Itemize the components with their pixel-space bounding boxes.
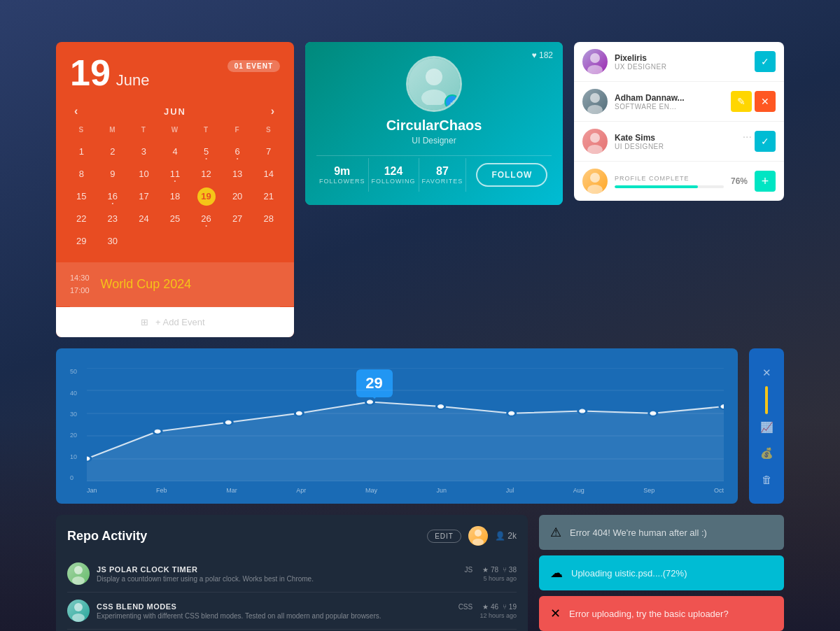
user-name-pixeliris: Pixeliris	[615, 53, 748, 63]
calendar-day-19[interactable]: 19	[190, 185, 222, 208]
verify-badge: ✓	[444, 94, 460, 110]
calendar-day-25[interactable]: 25	[160, 208, 191, 230]
repo-user-avatar	[468, 526, 488, 546]
notifications-col: ⚠ Error 404! We're human after all :) ☁ …	[539, 515, 784, 631]
add-event-button[interactable]: ⊞ + Add Event	[56, 307, 294, 337]
repo-item-1: JS POLAR CLOCK TIMER Display a countdown…	[67, 555, 517, 593]
calendar-day-4[interactable]: 4	[160, 141, 191, 163]
calendar-day-30[interactable]: 30	[97, 230, 129, 253]
calendar-day-8[interactable]: 8	[66, 163, 97, 185]
user-dots-kate[interactable]: ···	[743, 131, 752, 152]
profile-complete-fill	[615, 185, 698, 188]
top-row: 19 June 01 EVENT ‹ JUN › S M T W T F S	[56, 42, 784, 337]
calendar-day-empty	[128, 230, 160, 253]
repo-edit-button[interactable]: EDIT	[427, 530, 461, 543]
user-avatar-adham	[582, 89, 608, 114]
profile-heart-count: ♥ 182	[532, 50, 554, 60]
event-badge: 01 EVENT	[227, 60, 280, 72]
chart-delete-button[interactable]: 🗑	[754, 467, 779, 492]
profile-complete-row: PROFILE COMPLETE 76% +	[574, 162, 784, 201]
calendar-day-2[interactable]: 2	[97, 141, 129, 163]
prev-month-button[interactable]: ‹	[70, 104, 83, 119]
svg-point-29	[72, 576, 85, 585]
line-chart-svg	[87, 368, 724, 481]
chart-money-button[interactable]: 💰	[754, 441, 779, 466]
calendar-day-21[interactable]: 21	[253, 185, 284, 208]
calendar-day-27[interactable]: 27	[222, 208, 253, 230]
chart-trend-button[interactable]: 📈	[754, 415, 779, 440]
stat-followers: 9m Followers	[316, 158, 369, 192]
repo-item-avatar-2	[67, 600, 90, 622]
calendar-day-empty	[160, 230, 191, 253]
user-name-adham: Adham Dannaw...	[615, 93, 724, 103]
calendar-day-1[interactable]: 1	[66, 141, 97, 163]
repo-item-desc-1: Display a countdown timer using a polar …	[97, 575, 458, 583]
user-role-pixeliris: UX DESIGNER	[615, 63, 748, 71]
svg-point-6	[590, 133, 600, 143]
users-widget: Pixeliris UX DESIGNER ✓ Adham Dannaw... …	[574, 42, 784, 201]
calendar-day-6[interactable]: 6	[222, 141, 253, 163]
calendar-day-18[interactable]: 18	[160, 185, 191, 208]
calendar-day-9[interactable]: 9	[97, 163, 129, 185]
svg-point-21	[436, 404, 444, 409]
upload-icon: ☁	[550, 565, 563, 581]
calendar-nav-month: JUN	[164, 106, 186, 117]
repo-item-meta-2: CSS ★ 46 ⑂ 19 12 hours ago	[458, 603, 517, 619]
calendar-day-7[interactable]: 7	[253, 141, 284, 163]
calendar-day-empty	[190, 230, 222, 253]
user-check-button-pixeliris[interactable]: ✓	[755, 51, 776, 72]
calendar-month: June	[116, 71, 150, 90]
user-check-button-kate[interactable]: ✓	[755, 131, 776, 152]
calendar-day-20[interactable]: 20	[222, 185, 253, 208]
follow-button[interactable]: FOLLOW	[476, 163, 547, 187]
chart-close-button[interactable]: ✕	[754, 360, 779, 385]
calendar-day-29[interactable]: 29	[66, 230, 97, 253]
calendar-day-16[interactable]: 16	[97, 185, 129, 208]
svg-point-7	[587, 145, 603, 154]
repo-item-title-1: JS POLAR CLOCK TIMER	[97, 565, 458, 574]
profile-complete-add-button[interactable]: +	[755, 171, 776, 192]
user-info-adham: Adham Dannaw... SOFTWARE EN...	[615, 93, 724, 111]
svg-point-19	[295, 411, 303, 416]
notif-upload: ☁ Uploading uistic.psd....(72%)	[539, 555, 784, 590]
profile-complete-info: PROFILE COMPLETE	[615, 175, 724, 188]
calendar-day-28[interactable]: 28	[253, 208, 284, 230]
profile-widget: ♥ 182 ✓ CircularChaos UI Designer 9m	[305, 42, 563, 205]
svg-point-23	[578, 409, 587, 414]
calendar-day-15[interactable]: 15	[66, 185, 97, 208]
chart-sidebar: ✕ 📈 💰 🗑	[749, 348, 784, 504]
calendar-day-14[interactable]: 14	[253, 163, 284, 185]
user-info-kate: Kate Sims UI DESIGNER	[615, 133, 736, 150]
repo-item-title-2: CSS BLEND MODES	[97, 602, 451, 611]
calendar-day-12[interactable]: 12	[190, 163, 222, 185]
repo-header: Repo Activity EDIT 👤 2k	[67, 526, 517, 546]
chart-yellow-bar	[765, 386, 768, 414]
calendar-day-13[interactable]: 13	[222, 163, 253, 185]
user-edit-button-adham[interactable]: ✎	[731, 91, 752, 112]
bottom-row: Repo Activity EDIT 👤 2k JS POLAR CLOCK T…	[56, 515, 784, 631]
svg-point-17	[153, 429, 162, 434]
user-actions-adham: ✎ ✕	[731, 91, 776, 112]
calendar-day-10[interactable]: 10	[128, 163, 160, 185]
calendar-day-17[interactable]: 17	[128, 185, 160, 208]
notif-upload-text: Uploading uistic.psd....(72%)	[571, 568, 687, 579]
calendar-day-empty	[222, 230, 253, 253]
calendar-day-26[interactable]: 26	[190, 208, 222, 230]
notif-error-404: ⚠ Error 404! We're human after all :)	[539, 515, 784, 550]
calendar-day-23[interactable]: 23	[97, 208, 129, 230]
calendar-day-22[interactable]: 22	[66, 208, 97, 230]
svg-point-8	[590, 173, 600, 183]
calendar-day-5[interactable]: 5	[190, 141, 222, 163]
next-month-button[interactable]: ›	[267, 104, 280, 119]
repo-item-meta-1: JS ★ 78 ⑂ 38 5 hours ago	[465, 566, 517, 582]
notif-error-text: Error 404! We're human after all :)	[570, 527, 707, 538]
calendar-day-11[interactable]: 11	[160, 163, 191, 185]
calendar-day-24[interactable]: 24	[128, 208, 160, 230]
error-icon: ✕	[550, 606, 561, 621]
svg-point-30	[74, 603, 83, 611]
svg-point-25	[720, 404, 724, 409]
svg-point-20	[365, 399, 374, 405]
user-delete-button-adham[interactable]: ✕	[755, 91, 776, 112]
calendar-day-3[interactable]: 3	[128, 141, 160, 163]
user-row-pixeliris: Pixeliris UX DESIGNER ✓	[574, 42, 784, 82]
